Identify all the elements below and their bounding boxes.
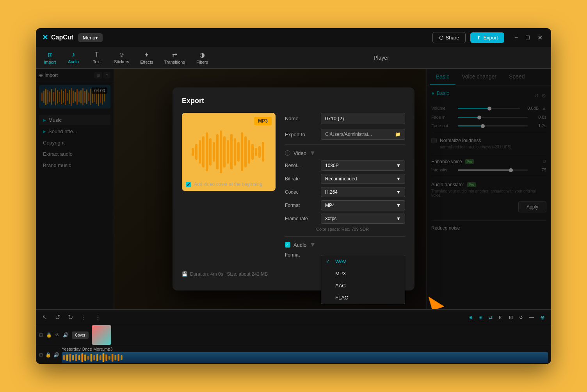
- timeline-ctrl-4[interactable]: ⊡: [497, 313, 504, 322]
- timeline-ctrl-6[interactable]: ↺: [518, 313, 525, 322]
- resolution-value: 1080P: [325, 163, 339, 168]
- audio-checkbox[interactable]: ✓: [285, 242, 290, 248]
- svg-rect-60: [78, 355, 80, 360]
- stickers-icon: ☺: [118, 51, 125, 58]
- svg-rect-59: [75, 354, 77, 361]
- timeline-ctrl-1[interactable]: ⊞: [467, 313, 474, 322]
- bitrate-value: Recommended: [325, 176, 357, 182]
- undo-button[interactable]: ↺: [53, 312, 62, 323]
- timeline-ctrl-7[interactable]: —: [528, 313, 535, 322]
- framerate-select[interactable]: 30fps ▼: [321, 214, 405, 224]
- export-form: Name Export to C:/Users/Administrat... 📁: [285, 113, 405, 261]
- cursor-arrow: [425, 295, 448, 309]
- export-button-titlebar[interactable]: ⬆ Export: [470, 32, 504, 43]
- resolution-select[interactable]: 1080P ▼: [321, 160, 405, 171]
- video-eye-btn[interactable]: 👁: [55, 332, 60, 338]
- timeline-ctrl-8[interactable]: ⊕: [539, 313, 546, 322]
- toolbar-item-import[interactable]: ⊞ Import: [39, 49, 61, 67]
- svg-rect-48: [244, 136, 247, 167]
- codec-row: Codec H.264 ▼: [285, 187, 405, 197]
- resolution-row: Resol... 1080P ▼: [285, 160, 405, 171]
- svg-rect-45: [234, 138, 236, 166]
- toolbar-item-audio[interactable]: ♪ Audio: [62, 49, 84, 66]
- app-logo: ✕ CapCut: [42, 33, 73, 42]
- svg-rect-73: [117, 354, 119, 361]
- audio-waveform-track: [62, 352, 548, 363]
- toolbar-item-stickers[interactable]: ☺ Stickers: [109, 49, 134, 66]
- name-input[interactable]: [321, 113, 405, 124]
- minimize-button[interactable]: −: [512, 33, 520, 42]
- transitions-icon: ⇄: [172, 51, 177, 59]
- svg-rect-72: [115, 355, 117, 360]
- maximize-button[interactable]: □: [523, 33, 532, 42]
- format-label: Format: [285, 203, 316, 208]
- framerate-row: Frame rate 30fps ▼: [285, 214, 405, 224]
- effects-icon: ✦: [144, 51, 149, 59]
- format-select[interactable]: MP4 ▼: [321, 200, 405, 210]
- svg-rect-58: [72, 355, 74, 360]
- filters-label: Filters: [196, 60, 208, 64]
- audio-vol-icon[interactable]: 🔊: [53, 352, 59, 358]
- svg-rect-63: [87, 356, 89, 360]
- svg-rect-71: [112, 354, 114, 362]
- audio-track-icon[interactable]: ⊞: [39, 352, 43, 358]
- bitrate-select[interactable]: Recommended ▼: [321, 174, 405, 184]
- mp3-badge: MP3: [254, 117, 272, 125]
- audio-format-dropdown[interactable]: ✓ WAV MP3: [321, 255, 405, 304]
- codec-select[interactable]: H.264 ▼: [321, 187, 405, 197]
- add-cover-checkbox[interactable]: [186, 182, 191, 187]
- duration-info: 💾 Duration: 4m 0s | Size: about 242 MB: [182, 271, 268, 277]
- svg-rect-47: [241, 132, 243, 171]
- svg-rect-35: [199, 140, 201, 164]
- video-checkbox[interactable]: [285, 150, 290, 156]
- codec-chevron: ▼: [396, 189, 401, 195]
- dropdown-item-flac[interactable]: FLAC: [321, 292, 405, 304]
- cover-button[interactable]: Cover: [72, 331, 89, 339]
- svg-rect-57: [69, 354, 71, 362]
- video-lock-btn[interactable]: ⊞: [39, 332, 43, 338]
- codec-value: H.264: [325, 189, 338, 195]
- svg-rect-44: [230, 134, 233, 169]
- audio-section: ✓ Audio ▼ Format ✓: [285, 236, 405, 261]
- export-to-row: Export to C:/Users/Administrat... 📁: [285, 129, 405, 140]
- name-label: Name: [285, 116, 316, 121]
- toolbar-item-transitions[interactable]: ⇄ Transitions: [160, 49, 190, 67]
- dropdown-item-mp3[interactable]: MP3: [321, 267, 405, 280]
- svg-rect-42: [223, 136, 226, 167]
- svg-rect-70: [109, 356, 110, 360]
- svg-rect-41: [220, 130, 222, 173]
- split-button-2[interactable]: ⋮: [93, 312, 103, 323]
- toolbar-item-filters[interactable]: ◑ Filters: [191, 49, 213, 67]
- video-vol-btn[interactable]: 🔊: [63, 332, 69, 338]
- svg-rect-34: [195, 144, 197, 160]
- app-name: CapCut: [51, 34, 73, 41]
- dropdown-item-wav[interactable]: ✓ WAV: [321, 255, 405, 267]
- redo-button[interactable]: ↻: [66, 312, 75, 323]
- transitions-label: Transitions: [164, 60, 185, 64]
- export-path-text: C:/Users/Administrat...: [325, 132, 372, 137]
- audio-lock-icon[interactable]: 🔒: [45, 352, 51, 358]
- audio-format-label: Format: [285, 252, 316, 258]
- toolbar-item-text[interactable]: T Text: [86, 49, 108, 66]
- export-to-label: Export to: [285, 132, 316, 137]
- video-lock-icon[interactable]: 🔒: [46, 332, 52, 338]
- video-dropdown-icon: ▼: [310, 150, 316, 157]
- dropdown-item-aac[interactable]: AAC: [321, 280, 405, 292]
- share-button[interactable]: ⬡ Share: [432, 32, 466, 43]
- svg-rect-33: [192, 148, 194, 156]
- timeline-ctrl-3[interactable]: ⇄: [487, 313, 494, 322]
- timeline-ctrl-2[interactable]: ⊞: [477, 313, 484, 322]
- export-path[interactable]: C:/Users/Administrat... 📁: [321, 129, 405, 140]
- toolbar-item-effects[interactable]: ✦ Effects: [135, 49, 158, 67]
- color-space: Color space: Rec. 709 SDR: [285, 227, 405, 232]
- close-button[interactable]: ✕: [535, 33, 545, 42]
- filters-icon: ◑: [199, 51, 205, 59]
- track-thumbnail: [92, 325, 111, 345]
- svg-rect-56: [66, 355, 68, 361]
- split-button[interactable]: ⋮: [79, 312, 89, 323]
- name-row: Name: [285, 113, 405, 124]
- select-tool[interactable]: ↖: [41, 312, 49, 323]
- timeline-ctrl-5[interactable]: ⊡: [507, 313, 514, 322]
- modal-overlay: Export MP3: [36, 69, 551, 309]
- menu-button[interactable]: Menu▾: [78, 33, 103, 42]
